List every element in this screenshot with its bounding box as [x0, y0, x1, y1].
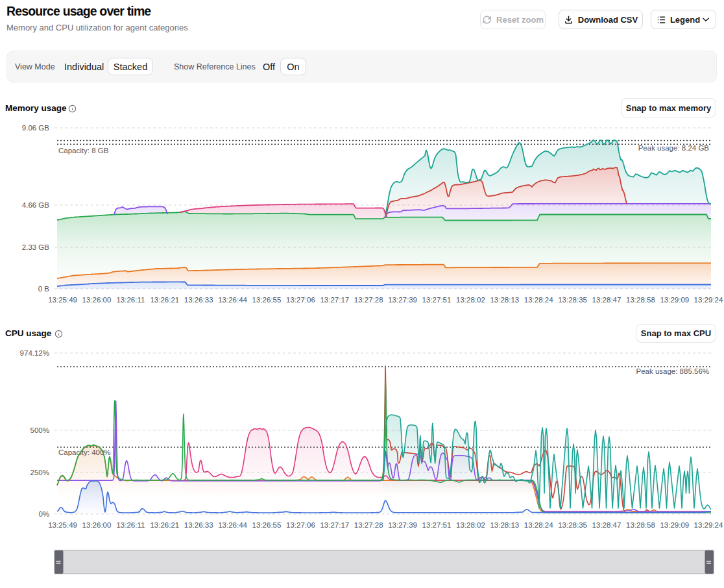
- svg-text:Capacity: 8 GB: Capacity: 8 GB: [58, 147, 109, 154]
- svg-text:13:28:35: 13:28:35: [558, 521, 587, 529]
- svg-text:0 B: 0 B: [38, 285, 50, 293]
- svg-text:13:27:51: 13:27:51: [422, 521, 452, 529]
- svg-text:13:29:09: 13:29:09: [660, 296, 689, 304]
- svg-text:4.66 GB: 4.66 GB: [22, 201, 50, 209]
- svg-text:13:27:39: 13:27:39: [388, 296, 417, 304]
- svg-text:13:26:33: 13:26:33: [184, 521, 213, 529]
- svg-text:13:27:28: 13:27:28: [354, 521, 383, 529]
- svg-text:Peak usage: 8.24 GB: Peak usage: 8.24 GB: [638, 144, 710, 152]
- svg-text:13:26:21: 13:26:21: [150, 521, 179, 529]
- svg-text:13:26:11: 13:26:11: [116, 296, 145, 304]
- svg-text:500%: 500%: [30, 426, 49, 434]
- svg-text:13:27:39: 13:27:39: [388, 521, 417, 529]
- svg-text:13:26:00: 13:26:00: [82, 521, 112, 529]
- svg-text:13:27:06: 13:27:06: [286, 296, 315, 304]
- svg-text:13:27:17: 13:27:17: [320, 521, 349, 529]
- svg-text:250%: 250%: [30, 469, 49, 476]
- svg-text:13:29:24: 13:29:24: [694, 296, 723, 304]
- svg-text:13:29:24: 13:29:24: [694, 521, 723, 529]
- svg-text:13:28:02: 13:28:02: [456, 521, 485, 529]
- svg-text:13:27:51: 13:27:51: [422, 296, 452, 304]
- svg-text:13:26:55: 13:26:55: [252, 296, 282, 304]
- svg-text:2.33 GB: 2.33 GB: [22, 243, 50, 251]
- svg-text:13:26:55: 13:26:55: [252, 521, 282, 529]
- svg-text:13:28:24: 13:28:24: [524, 521, 553, 529]
- svg-text:13:28:13: 13:28:13: [490, 521, 519, 529]
- svg-text:13:26:11: 13:26:11: [116, 521, 145, 529]
- svg-text:13:28:24: 13:28:24: [524, 296, 553, 304]
- svg-text:13:26:21: 13:26:21: [150, 296, 179, 304]
- svg-text:13:26:33: 13:26:33: [184, 296, 213, 304]
- svg-text:13:28:58: 13:28:58: [626, 296, 655, 304]
- svg-text:13:28:58: 13:28:58: [626, 521, 655, 529]
- svg-text:9.06 GB: 9.06 GB: [22, 124, 50, 132]
- svg-text:13:25:49: 13:25:49: [48, 521, 77, 529]
- svg-text:13:28:47: 13:28:47: [592, 521, 621, 529]
- svg-text:13:28:47: 13:28:47: [592, 296, 621, 304]
- svg-text:13:26:44: 13:26:44: [218, 296, 247, 304]
- svg-text:13:25:49: 13:25:49: [48, 296, 77, 304]
- svg-text:0%: 0%: [38, 510, 49, 518]
- svg-text:13:26:00: 13:26:00: [82, 296, 112, 304]
- svg-text:13:26:44: 13:26:44: [218, 521, 247, 529]
- svg-text:13:28:35: 13:28:35: [558, 296, 587, 304]
- svg-text:13:29:09: 13:29:09: [660, 521, 689, 529]
- svg-text:974.12%: 974.12%: [20, 349, 49, 357]
- svg-text:13:27:28: 13:27:28: [354, 296, 383, 304]
- svg-text:13:27:06: 13:27:06: [286, 521, 315, 529]
- svg-text:13:27:17: 13:27:17: [320, 296, 349, 304]
- svg-text:Peak usage: 885.56%: Peak usage: 885.56%: [636, 367, 709, 375]
- svg-text:13:28:02: 13:28:02: [456, 296, 485, 304]
- svg-text:13:28:13: 13:28:13: [490, 296, 519, 304]
